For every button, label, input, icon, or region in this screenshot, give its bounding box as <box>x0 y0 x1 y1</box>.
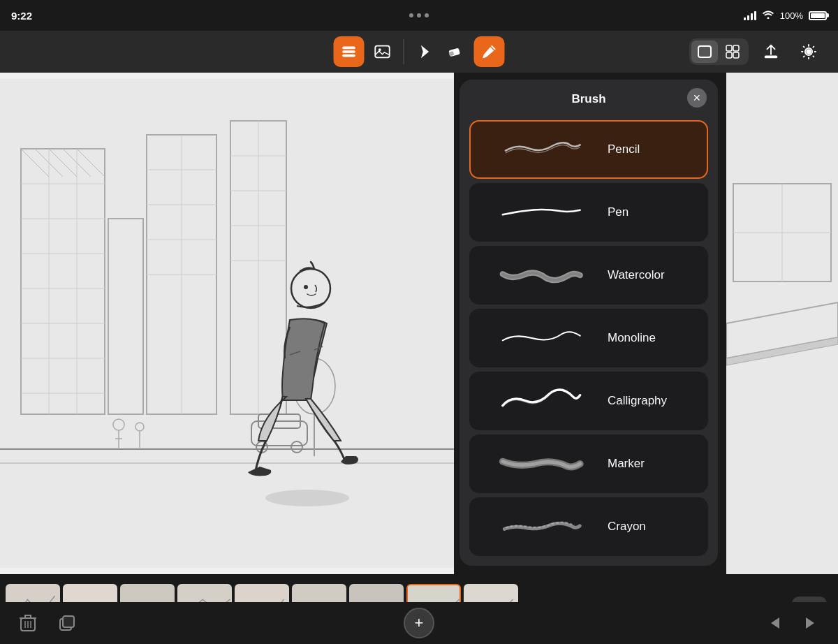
svg-marker-92 <box>806 617 814 629</box>
toolbar-divider <box>404 39 404 64</box>
svg-point-60 <box>304 285 308 289</box>
svg-point-15 <box>806 49 811 54</box>
svg-rect-90 <box>63 616 74 627</box>
eraser-icon <box>447 43 465 61</box>
brush-item-marker[interactable]: Marker <box>469 434 708 493</box>
grid-view-button[interactable] <box>720 41 747 63</box>
status-time: 9:22 <box>11 10 32 22</box>
layers-button[interactable] <box>334 36 365 67</box>
brush-name-marker: Marker <box>608 457 693 471</box>
main-area: Brush ✕ PencilPen WatercolorMonoline Cal… <box>0 73 838 574</box>
sketch-drawing <box>0 73 454 574</box>
battery-fill <box>811 13 825 18</box>
bar3 <box>751 13 753 20</box>
svg-rect-10 <box>726 45 732 51</box>
status-dots <box>409 13 429 17</box>
canvas-area[interactable] <box>0 73 454 574</box>
brush-preview-marker <box>485 446 596 481</box>
brush-panel-title: Brush <box>571 92 605 106</box>
battery-percent: 100% <box>780 10 803 21</box>
brush-preview-monoline <box>485 321 596 356</box>
back-button[interactable] <box>761 609 789 637</box>
export-button[interactable] <box>756 36 786 67</box>
brush-preview-crayon <box>485 509 596 544</box>
single-view-icon <box>697 45 712 59</box>
bar1 <box>744 17 746 20</box>
plus-icon: + <box>415 615 424 631</box>
toolbar-right <box>689 36 824 67</box>
svg-rect-0 <box>342 47 355 50</box>
bottom-center: + <box>404 608 434 638</box>
brush-list: PencilPen WatercolorMonoline Calligraphy… <box>460 116 718 566</box>
svg-rect-2 <box>342 54 355 57</box>
bar2 <box>747 15 749 20</box>
wifi-icon <box>762 9 774 22</box>
svg-marker-5 <box>421 45 429 59</box>
bottom-left <box>14 609 81 637</box>
svg-rect-9 <box>698 46 711 57</box>
forward-button[interactable] <box>796 609 824 637</box>
settings-button[interactable] <box>793 36 824 67</box>
delete-button[interactable] <box>14 609 42 637</box>
brush-item-monoline[interactable]: Monoline <box>469 309 708 367</box>
back-icon <box>767 615 784 631</box>
view-toggle <box>689 38 749 65</box>
brush-name-monoline: Monoline <box>608 331 693 345</box>
brush-item-watercolor[interactable]: Watercolor <box>469 246 708 305</box>
brush-panel-header: Brush ✕ <box>460 80 718 116</box>
brush-name-calligraphy: Calligraphy <box>608 394 693 408</box>
toolbar <box>0 31 838 73</box>
brush-preview-watercolor <box>485 258 596 293</box>
signal-bars <box>744 10 756 20</box>
dot1 <box>409 13 413 17</box>
svg-rect-13 <box>733 52 739 58</box>
grid-view-icon <box>726 45 741 59</box>
toolbar-center <box>334 36 505 67</box>
right-canvas-partial <box>726 73 838 574</box>
add-frame-button[interactable]: + <box>404 608 434 638</box>
gallery-button[interactable] <box>367 36 398 67</box>
svg-rect-12 <box>726 52 732 58</box>
svg-rect-3 <box>375 46 389 58</box>
brush-icon <box>480 43 499 61</box>
single-view-button[interactable] <box>691 41 718 63</box>
close-icon: ✕ <box>693 92 701 103</box>
gallery-icon <box>374 43 392 61</box>
gear-icon <box>800 43 818 61</box>
svg-marker-91 <box>771 617 779 629</box>
brush-item-pen[interactable]: Pen <box>469 183 708 242</box>
brush-item-crayon[interactable]: Crayon <box>469 497 708 556</box>
move-button[interactable] <box>410 36 441 67</box>
duplicate-button[interactable] <box>53 609 81 637</box>
svg-rect-1 <box>342 50 355 53</box>
brush-preview-pen <box>485 195 596 230</box>
svg-rect-62 <box>726 79 838 568</box>
eraser-button[interactable] <box>441 36 471 67</box>
forward-icon <box>802 615 818 631</box>
svg-point-61 <box>265 490 349 506</box>
dot3 <box>425 13 429 17</box>
trash-icon <box>19 613 37 633</box>
brush-button[interactable] <box>474 36 505 67</box>
dot2 <box>417 13 421 17</box>
bottom-toolbar: + <box>0 602 838 644</box>
brush-preview-pencil <box>485 132 596 167</box>
brush-name-watercolor: Watercolor <box>608 268 693 282</box>
brush-item-pencil[interactable]: Pencil <box>469 120 708 179</box>
duplicate-icon <box>57 613 77 633</box>
status-bar: 9:22 100% <box>0 0 838 31</box>
brush-name-pencil: Pencil <box>608 142 693 156</box>
bar4 <box>754 11 756 20</box>
svg-rect-14 <box>765 56 778 59</box>
layers-icon <box>340 43 358 61</box>
arrow-icon <box>416 43 434 61</box>
brush-panel: Brush ✕ PencilPen WatercolorMonoline Cal… <box>460 80 718 566</box>
bottom-right <box>761 609 824 637</box>
brush-item-calligraphy[interactable]: Calligraphy <box>469 372 708 430</box>
brush-close-button[interactable]: ✕ <box>687 88 707 108</box>
brush-name-crayon: Crayon <box>608 520 693 534</box>
svg-rect-11 <box>733 45 739 51</box>
status-icons: 100% <box>744 9 827 22</box>
right-sketch <box>726 73 838 574</box>
battery-icon <box>809 11 827 20</box>
